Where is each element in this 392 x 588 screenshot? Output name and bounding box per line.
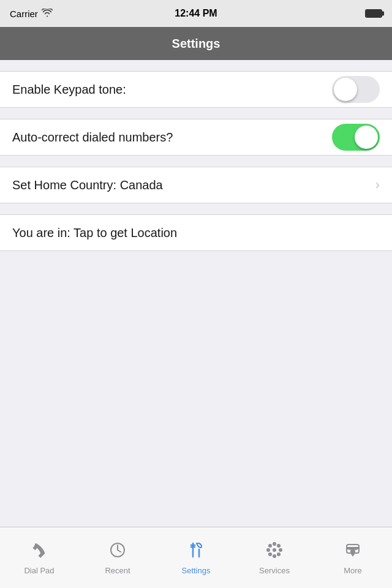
navigation-bar: Settings [0, 27, 392, 60]
settings-label: Settings [182, 566, 211, 575]
autocorrect-knob [355, 126, 378, 149]
settings-content: Enable Keypad tone: Auto-correct dialed … [0, 60, 392, 429]
svg-point-11 [279, 548, 282, 552]
status-bar: Carrier 12:44 PM [0, 0, 392, 27]
svg-point-22 [355, 548, 357, 550]
recent-icon [108, 541, 127, 564]
location-label: You are in: Tap to get Location [12, 226, 177, 240]
autocorrect-row: Auto-correct dialed numbers? [0, 119, 392, 156]
section-gap-1 [0, 60, 392, 71]
svg-point-20 [349, 548, 351, 550]
svg-line-2 [118, 550, 121, 552]
services-icon [265, 541, 284, 564]
keypad-tone-toggle[interactable] [332, 76, 380, 103]
tab-dialpad[interactable]: Dial Pad [0, 527, 78, 588]
svg-point-8 [273, 542, 276, 546]
keypad-tone-knob [334, 78, 357, 101]
wifi-icon [42, 9, 53, 19]
more-label: More [344, 566, 362, 575]
battery-indicator [365, 9, 382, 18]
keypad-tone-row: Enable Keypad tone: [0, 71, 392, 108]
more-icon [344, 541, 362, 564]
status-left: Carrier [10, 9, 53, 19]
svg-point-9 [273, 554, 276, 558]
carrier-label: Carrier [10, 9, 38, 19]
autocorrect-label: Auto-correct dialed numbers? [12, 130, 173, 145]
recent-label: Recent [105, 566, 130, 575]
section-gap-3 [0, 156, 392, 167]
page-title: Settings [172, 37, 221, 51]
empty-area [0, 251, 392, 429]
svg-point-13 [277, 552, 281, 556]
tab-more[interactable]: More [314, 527, 392, 588]
autocorrect-toggle[interactable] [332, 124, 380, 151]
tab-recent[interactable]: Recent [78, 527, 157, 588]
svg-point-15 [268, 552, 272, 556]
home-country-row[interactable]: Set Home Country: Canada › [0, 167, 392, 203]
svg-point-12 [268, 544, 272, 548]
svg-point-10 [266, 548, 270, 552]
tab-settings[interactable]: Settings [157, 527, 235, 588]
services-label: Services [259, 566, 290, 575]
status-time: 12:44 PM [175, 8, 217, 19]
svg-point-14 [277, 544, 281, 548]
svg-point-7 [273, 548, 276, 552]
section-gap-2 [0, 108, 392, 119]
chevron-right-icon: › [375, 177, 380, 193]
section-gap-4 [0, 203, 392, 214]
dialpad-icon [30, 541, 48, 564]
tab-bar: Dial Pad Recent Settings [0, 527, 392, 588]
home-country-label: Set Home Country: Canada [12, 178, 163, 192]
svg-point-21 [352, 548, 354, 550]
keypad-tone-label: Enable Keypad tone: [12, 83, 126, 97]
location-row[interactable]: You are in: Tap to get Location [0, 214, 392, 251]
dialpad-label: Dial Pad [24, 566, 54, 575]
settings-icon [187, 541, 205, 564]
tab-services[interactable]: Services [235, 527, 314, 588]
battery-icon [365, 9, 382, 18]
